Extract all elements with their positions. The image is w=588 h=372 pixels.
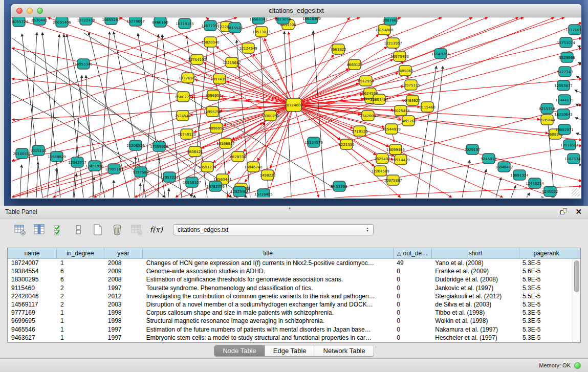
graph-edge[interactable] — [168, 188, 169, 198]
table-cell[interactable]: Yano et al. (2008) — [431, 259, 519, 267]
graph-node[interactable]: 7485063 — [397, 65, 413, 76]
graph-edge[interactable] — [294, 105, 401, 120]
table-cell[interactable]: 2 — [57, 301, 104, 308]
graph-node[interactable]: 9463627 — [404, 95, 420, 105]
table-cell[interactable]: 0 — [393, 276, 431, 283]
table-row[interactable]: 1456911722003Disruption of a novel membe… — [8, 300, 573, 309]
graph-edge[interactable] — [294, 105, 581, 140]
graph-node[interactable]: 9315134 — [30, 145, 47, 156]
table-row[interactable]: 946362711997Embryonic stem cells: a mode… — [8, 334, 573, 342]
graph-node[interactable]: 15751074 — [557, 37, 575, 48]
graph-node[interactable]: 12444135 — [555, 95, 574, 105]
table-cell[interactable]: Franke et al. (2009) — [431, 268, 519, 275]
graph-node[interactable]: 15276067 — [126, 17, 145, 26]
table-cell[interactable]: 2 — [57, 285, 104, 292]
graph-node[interactable]: 8215358 — [539, 103, 555, 114]
graph-node[interactable]: 9806421 — [187, 146, 203, 157]
graph-node[interactable]: 4896951 — [208, 123, 224, 133]
table-cell[interactable]: Jankovic et al. (1997) — [431, 285, 519, 292]
graph-node[interactable]: 12975115 — [402, 80, 420, 90]
graph-node[interactable]: 9245032 — [542, 186, 558, 196]
table-cell[interactable]: 6 — [57, 268, 104, 275]
table-cell[interactable]: de Silva et al. (2003) — [431, 301, 519, 308]
table-cell[interactable]: Tibbo et al. (1998) — [431, 309, 519, 316]
close-panel-icon[interactable]: ✕ — [575, 208, 582, 216]
row-height-icon[interactable] — [72, 223, 85, 236]
table-selector-dropdown[interactable]: citations_edges.txt ▲▼ — [173, 224, 374, 235]
table-cell[interactable]: 2 — [57, 293, 104, 300]
table-cell[interactable]: Hescheler et al. (1997) — [431, 334, 519, 341]
graph-node[interactable]: 9457791 — [331, 181, 347, 191]
graph-node[interactable]: 10513813 — [252, 27, 271, 37]
graph-node[interactable]: 10655287 — [102, 17, 120, 25]
table-cell[interactable]: 5.3E-5 — [519, 285, 573, 292]
graph-edge[interactable] — [213, 105, 294, 163]
graph-node[interactable]: 16563342 — [249, 17, 268, 24]
table-cell[interactable]: 18300295 — [8, 276, 57, 283]
table-cell[interactable]: 0 — [393, 326, 431, 333]
table-cell[interactable]: 9115460 — [8, 285, 57, 292]
graph-node[interactable]: 9495768 — [400, 116, 416, 126]
table-row[interactable]: 977716911998Corpus callosum shape and si… — [8, 309, 573, 317]
graph-node[interactable]: 8096951 — [205, 90, 221, 100]
table-cell[interactable]: 5.3E-5 — [519, 259, 573, 267]
graph-node[interactable]: 10914479 — [391, 155, 410, 165]
table-cell[interactable]: 1 — [57, 309, 104, 316]
graph-node[interactable]: 10958107 — [183, 177, 201, 187]
close-window-icon[interactable] — [16, 8, 23, 14]
graph-node[interactable]: 8466160 — [152, 17, 168, 27]
graph-node[interactable]: 20160551 — [13, 148, 31, 159]
graph-node[interactable]: 1595844 — [539, 115, 555, 125]
column-header-pagerank[interactable]: pagerank — [519, 248, 573, 258]
graph-node[interactable]: 10340123 — [178, 129, 196, 139]
table-cell[interactable]: 5.3E-5 — [519, 301, 573, 308]
split-pane-handle-icon[interactable]: ▲ — [288, 206, 292, 210]
graph-node[interactable]: 12754107 — [188, 54, 206, 64]
graph-node[interactable]: 9397588 — [133, 167, 148, 177]
delete-column-icon[interactable] — [111, 223, 124, 236]
graph-edge[interactable] — [576, 76, 581, 79]
table-mode-icon[interactable] — [13, 223, 27, 236]
network-view-window[interactable]: citations_edges.txt 12226088158203401275… — [11, 4, 581, 199]
graph-edge[interactable] — [113, 180, 114, 198]
table-cell[interactable]: Corpus callosum shape and size in male p… — [143, 309, 394, 316]
graph-node[interactable]: 9529966 — [559, 52, 575, 62]
graph-edge[interactable] — [294, 105, 319, 198]
graph-node[interactable]: 8580273 — [175, 92, 191, 102]
table-cell[interactable]: 0 — [393, 301, 431, 308]
graph-node[interactable]: 8813054 — [275, 17, 291, 24]
graph-node[interactable]: 8660125 — [346, 59, 362, 70]
graph-node[interactable]: 9227343 — [557, 67, 573, 77]
table-cell[interactable]: Dudbridge et al. (2008) — [431, 276, 519, 283]
table-cell[interactable]: 2003 — [104, 301, 143, 308]
graph-edge[interactable] — [580, 150, 581, 150]
window-resize-grip[interactable] — [572, 188, 580, 196]
table-cell[interactable]: 5.3E-5 — [519, 317, 573, 324]
table-cell[interactable]: Disruption of a novel member of a sodium… — [143, 301, 394, 308]
table-cell[interactable]: 0 — [393, 309, 431, 316]
column-header-year[interactable]: year — [104, 248, 143, 258]
table-cell[interactable]: 1998 — [104, 317, 143, 324]
table-cell[interactable]: 1998 — [104, 309, 143, 316]
table-cell[interactable]: Wolkin et al. (1998) — [431, 317, 519, 324]
graph-node[interactable]: 16046748 — [244, 162, 263, 172]
table-cell[interactable]: 0 — [393, 293, 431, 300]
graph-node[interactable]: 15134576 — [304, 137, 323, 147]
graph-node[interactable]: 8530441 — [31, 17, 47, 25]
new-column-icon[interactable] — [91, 223, 104, 236]
window-titlebar[interactable]: citations_edges.txt — [11, 4, 581, 17]
graph-edge[interactable] — [575, 118, 581, 120]
table-cell[interactable]: 9463627 — [8, 334, 57, 341]
graph-edge[interactable] — [428, 66, 443, 198]
table-cell[interactable]: 0 — [393, 334, 431, 341]
table-row[interactable]: 2242004622012Investigating the contribut… — [8, 292, 573, 300]
table-cell[interactable]: 5.3E-5 — [519, 334, 573, 341]
network-canvas[interactable]: 1222608815820340127541071737650785802737… — [12, 17, 581, 198]
graph-node[interactable]: 20206526 — [126, 140, 145, 150]
graph-node[interactable]: 29053346 — [74, 59, 93, 69]
table-cell[interactable]: 1 — [57, 317, 104, 324]
graph-node[interactable]: 1498222 — [259, 170, 275, 180]
table-cell[interactable]: 2008 — [104, 276, 143, 283]
float-panel-icon[interactable] — [560, 208, 568, 216]
tab-network-table[interactable]: Network Table — [315, 345, 374, 356]
